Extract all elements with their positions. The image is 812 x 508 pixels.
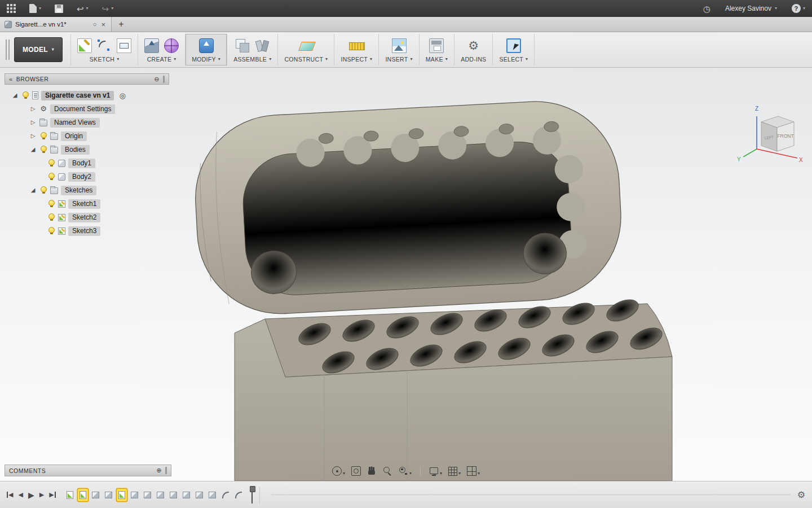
create-form-icon[interactable] <box>164 38 179 53</box>
measure-icon[interactable] <box>349 38 364 53</box>
skip-to-end-button[interactable]: ▶ <box>49 492 55 498</box>
toolbar-menu-create[interactable]: CREATE▾ <box>147 56 176 63</box>
document-tab[interactable]: Sigarett...e vn v1* ○ × <box>0 17 112 32</box>
zoom-window-button[interactable]: ▾ <box>399 466 412 476</box>
timeline-feature-10[interactable] <box>182 489 192 501</box>
pan-button[interactable] <box>367 466 377 476</box>
display-settings-button[interactable]: ▾ <box>429 466 442 476</box>
timeline-feature-5[interactable] <box>117 489 127 501</box>
new-tab-button[interactable]: + <box>112 17 131 32</box>
notifications-clock-icon[interactable]: ◷ <box>703 5 710 13</box>
create-sketch-icon[interactable] <box>77 38 92 53</box>
comments-panel[interactable]: COMMENTS ⊕ <box>5 465 171 476</box>
case-body[interactable] <box>235 295 672 481</box>
workspace-switcher-button[interactable]: MODEL ▾ <box>14 37 63 62</box>
toolbar-menu-construct[interactable]: CONSTRUCT▾ <box>284 56 328 63</box>
tree-row-sketches[interactable]: ◢Sketches <box>5 183 169 197</box>
construct-plane-icon[interactable] <box>299 38 314 53</box>
activate-component-icon[interactable]: ◎ <box>119 92 125 99</box>
visibility-bulb-icon[interactable] <box>21 91 29 99</box>
undo-button[interactable]: ↩ ▾ <box>77 5 89 13</box>
expander-collapsed-icon[interactable]: ▷ <box>29 106 37 112</box>
collapse-circle-icon[interactable]: ⊖ <box>154 76 160 82</box>
toolbar-menu-inspect[interactable]: INSPECT▾ <box>341 56 372 63</box>
toolbar-menu-add-ins[interactable]: ADD-INS <box>461 56 486 63</box>
tree-row-sigarette-case-vn-v1[interactable]: ◢Sigarette case vn v1◎ <box>5 89 169 102</box>
file-menu-button[interactable]: ▾ <box>29 4 41 13</box>
case-lid[interactable] <box>191 97 625 318</box>
view-cube[interactable]: Z Y X LEFT FRONT <box>734 102 805 166</box>
toolbar-menu-sketch[interactable]: SKETCH▾ <box>90 56 120 63</box>
visibility-bulb-icon[interactable] <box>47 159 55 167</box>
tree-row-sketch1[interactable]: Sketch1 <box>5 197 169 211</box>
two-point-rectangle-icon[interactable] <box>117 38 131 53</box>
tree-row-document-settings[interactable]: ▷Document Settings <box>5 102 169 116</box>
toolbar-menu-assemble[interactable]: ASSEMBLE▾ <box>233 56 271 63</box>
collapse-panel-icon[interactable]: « <box>9 76 13 82</box>
timeline-feature-8[interactable] <box>156 489 166 501</box>
spline-icon[interactable] <box>97 38 112 53</box>
look-at-button[interactable] <box>351 466 361 476</box>
toolbar-menu-select[interactable]: SELECT▾ <box>499 56 528 63</box>
model-canvas[interactable]: « BROWSER ⊖ ◢Sigarette case vn v1◎▷Docum… <box>0 68 812 481</box>
visibility-bulb-icon[interactable] <box>47 213 55 221</box>
insert-image-icon[interactable] <box>392 38 407 53</box>
timeline-feature-1[interactable] <box>65 489 75 501</box>
tree-row-named-views[interactable]: ▷Named Views <box>5 116 169 129</box>
expander-collapsed-icon[interactable]: ▷ <box>29 133 37 139</box>
grid-display-button[interactable]: ▾ <box>448 467 461 476</box>
timeline-feature-11[interactable] <box>195 489 205 501</box>
extrude-icon[interactable] <box>144 38 159 53</box>
viewports-button[interactable]: ▾ <box>467 466 480 476</box>
toolbar-grip-handle[interactable] <box>6 40 10 60</box>
tree-row-sketch2[interactable]: Sketch2 <box>5 211 169 224</box>
skip-to-start-button[interactable]: ◀ <box>7 492 13 498</box>
step-forward-button[interactable]: ▶ <box>39 492 44 498</box>
panel-resize-grip[interactable] <box>165 467 167 474</box>
timeline-feature-6[interactable] <box>130 489 140 501</box>
help-menu-button[interactable]: ? ▾ <box>792 4 805 13</box>
visibility-bulb-icon[interactable] <box>39 132 47 140</box>
play-button[interactable]: ▶ <box>28 491 34 499</box>
expander-expanded-icon[interactable]: ◢ <box>11 93 19 98</box>
timeline-settings-gear-icon[interactable]: ⚙ <box>797 491 805 500</box>
visibility-bulb-icon[interactable] <box>47 227 55 235</box>
timeline-feature-12[interactable] <box>208 489 218 501</box>
redo-button[interactable]: ↪ ▾ <box>102 5 114 13</box>
timeline-feature-3[interactable] <box>91 489 101 501</box>
expander-collapsed-icon[interactable]: ▷ <box>29 120 37 125</box>
timeline-feature-4[interactable] <box>104 489 114 501</box>
tree-row-bodies[interactable]: ◢Bodies <box>5 143 169 156</box>
joint-icon[interactable] <box>255 38 270 53</box>
select-icon[interactable] <box>506 38 521 53</box>
timeline-feature-7[interactable] <box>143 489 153 501</box>
close-tab-icon[interactable]: × <box>100 20 107 29</box>
timeline-feature-14[interactable] <box>233 489 244 501</box>
toolbar-menu-insert[interactable]: INSERT▾ <box>385 56 412 63</box>
visibility-bulb-icon[interactable] <box>47 173 55 181</box>
tree-row-origin[interactable]: ▷Origin <box>5 129 169 143</box>
toolbar-menu-make[interactable]: MAKE▾ <box>426 56 448 63</box>
visibility-bulb-icon[interactable] <box>39 146 47 154</box>
timeline-feature-2[interactable] <box>78 489 88 501</box>
orbit-button[interactable]: ▾ <box>332 466 345 476</box>
timeline-track[interactable] <box>271 494 791 495</box>
tree-row-sketch3[interactable]: Sketch3 <box>5 224 169 238</box>
panel-resize-grip[interactable] <box>163 76 165 83</box>
expander-expanded-icon[interactable]: ◢ <box>29 187 37 193</box>
tree-row-body1[interactable]: Body1 <box>5 156 169 170</box>
new-component-icon[interactable] <box>235 38 250 53</box>
browser-header[interactable]: « BROWSER ⊖ <box>5 73 169 85</box>
save-button[interactable] <box>55 5 63 13</box>
timeline-feature-9[interactable] <box>169 489 179 501</box>
step-back-button[interactable]: ◀ <box>18 492 23 498</box>
visibility-bulb-icon[interactable] <box>39 186 47 194</box>
app-grid-icon[interactable] <box>7 4 16 13</box>
visibility-bulb-icon[interactable] <box>47 200 55 208</box>
scripts-addins-icon[interactable] <box>466 38 481 53</box>
timeline-feature-13[interactable] <box>220 489 231 501</box>
zoom-button[interactable] <box>383 466 392 476</box>
tree-row-body2[interactable]: Body2 <box>5 170 169 183</box>
expand-circle-icon[interactable]: ⊕ <box>156 467 162 474</box>
make-3d-print-icon[interactable] <box>429 38 444 53</box>
